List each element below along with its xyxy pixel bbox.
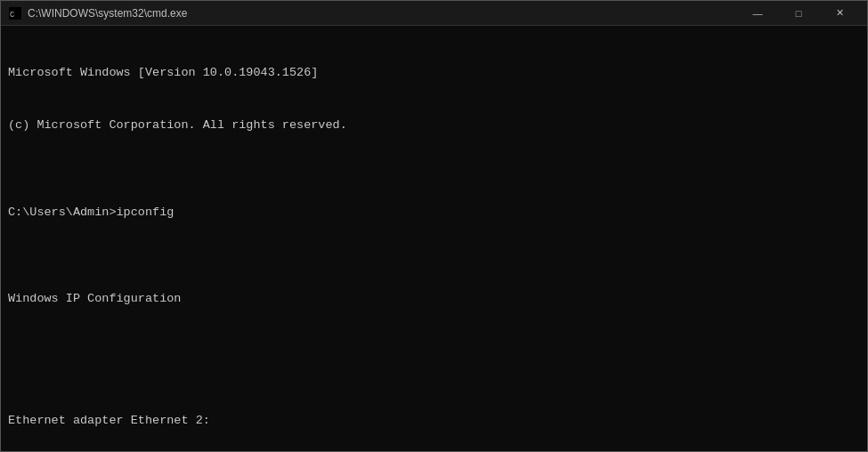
minimize-button[interactable]: — — [737, 1, 778, 26]
title-bar-text: C:\WINDOWS\system32\cmd.exe — [28, 7, 187, 20]
close-button[interactable]: ✕ — [819, 1, 860, 26]
maximize-button[interactable]: □ — [778, 1, 819, 26]
title-bar: C C:\WINDOWS\system32\cmd.exe — □ ✕ — [1, 1, 867, 26]
terminal-body[interactable]: Microsoft Windows [Version 10.0.19043.15… — [1, 26, 867, 451]
title-bar-controls: — □ ✕ — [737, 1, 860, 26]
svg-text:C: C — [10, 10, 14, 19]
title-bar-left: C C:\WINDOWS\system32\cmd.exe — [8, 6, 187, 20]
line-4: C:\Users\Admin>ipconfig — [8, 204, 860, 222]
line-6: Windows IP Configuration — [8, 290, 860, 308]
cmd-window: C C:\WINDOWS\system32\cmd.exe — □ ✕ Micr… — [0, 0, 868, 452]
line-1: Microsoft Windows [Version 10.0.19043.15… — [8, 64, 860, 82]
ethernet2-header: Ethernet adapter Ethernet 2: — [8, 412, 860, 430]
cmd-icon: C — [8, 6, 22, 20]
line-2: (c) Microsoft Corporation. All rights re… — [8, 117, 860, 134]
